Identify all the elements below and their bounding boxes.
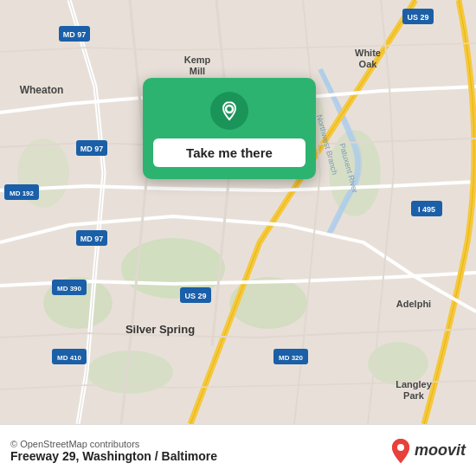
map-container: US 29 MD 97 MD 97 MD 97 MD 192 MD 390 MD… xyxy=(0,0,476,424)
svg-text:Kemp: Kemp xyxy=(184,55,211,65)
svg-text:MD 97: MD 97 xyxy=(80,145,104,153)
bottom-bar: © OpenStreetMap contributors Freeway 29,… xyxy=(0,424,476,476)
road-title: Freeway 29, Washington / Baltimore xyxy=(10,449,389,463)
svg-point-41 xyxy=(397,444,404,451)
svg-text:Mill: Mill xyxy=(190,66,205,76)
svg-text:US 29: US 29 xyxy=(407,13,428,22)
copyright-text: © OpenStreetMap contributors xyxy=(10,439,389,449)
svg-text:Park: Park xyxy=(403,390,425,401)
moovit-logo: moovit xyxy=(389,437,466,465)
moovit-logo-text: moovit xyxy=(415,441,466,460)
take-me-there-button[interactable]: Take me there xyxy=(153,138,306,167)
svg-text:US 29: US 29 xyxy=(184,292,206,300)
location-pin-icon xyxy=(219,100,240,121)
svg-text:Adelphi: Adelphi xyxy=(396,299,431,309)
svg-text:Oak: Oak xyxy=(359,59,378,69)
svg-text:MD 390: MD 390 xyxy=(57,285,82,293)
svg-text:Silver Spring: Silver Spring xyxy=(125,323,195,336)
location-pin-container xyxy=(210,92,248,130)
svg-text:MD 97: MD 97 xyxy=(80,235,104,243)
moovit-pin-icon xyxy=(389,437,413,465)
svg-text:I 495: I 495 xyxy=(418,205,435,214)
svg-text:MD 320: MD 320 xyxy=(279,354,304,362)
svg-text:Langley: Langley xyxy=(396,379,432,389)
svg-text:MD 192: MD 192 xyxy=(10,190,35,197)
popup-card: Take me there xyxy=(143,78,316,179)
svg-text:MD 410: MD 410 xyxy=(57,354,82,362)
svg-text:Wheaton: Wheaton xyxy=(20,84,64,96)
svg-point-40 xyxy=(226,106,233,113)
svg-text:MD 97: MD 97 xyxy=(63,30,87,39)
svg-text:White: White xyxy=(355,48,381,58)
